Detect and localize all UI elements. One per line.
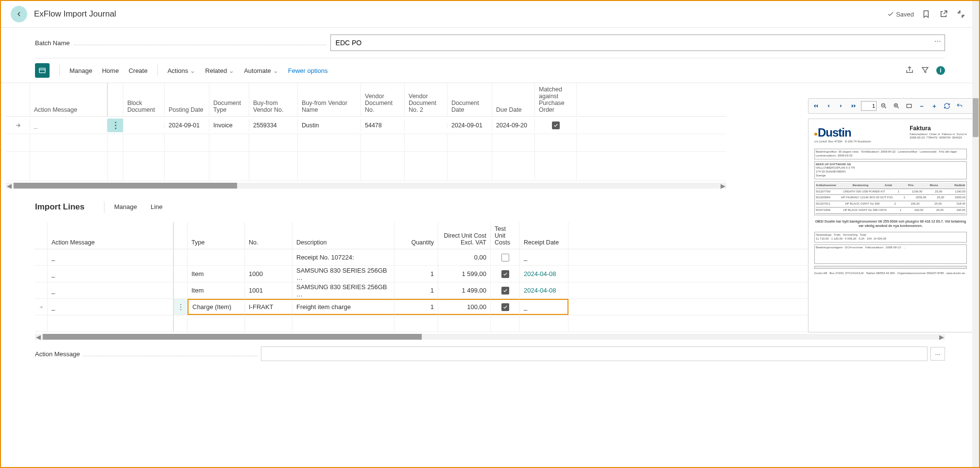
preview-first-page-button[interactable]: [810, 101, 821, 111]
cell-document-type[interactable]: Invoice: [209, 119, 249, 132]
cell-posting-date[interactable]: 2024-09-01: [165, 119, 209, 132]
import-grid-hscrollbar[interactable]: ◀ ▶: [35, 334, 945, 340]
icol-quantity[interactable]: Quantity: [395, 222, 438, 249]
cell-action-message[interactable]: _: [48, 266, 174, 282]
icol-direct-unit-cost[interactable]: Direct Unit Cost Excl. VAT: [438, 222, 491, 249]
cell-quantity[interactable]: 1: [395, 282, 438, 298]
preview-fit-width-button[interactable]: [904, 101, 914, 111]
cell-test-unit-costs[interactable]: [491, 282, 520, 298]
cell-description[interactable]: SAMSUNG 830 SERIES 256GB …: [292, 266, 395, 282]
test-unit-costs-checkbox[interactable]: [501, 287, 509, 295]
col-document-date[interactable]: Document Date: [447, 83, 492, 116]
cell-action-message[interactable]: _: [30, 119, 108, 132]
test-unit-costs-checkbox[interactable]: [501, 270, 509, 278]
preview-refresh-button[interactable]: [942, 101, 952, 111]
cell-due-date[interactable]: 2024-09-20: [492, 119, 535, 132]
row-more-button[interactable]: [174, 249, 188, 265]
toolbar-manage[interactable]: Manage: [65, 64, 97, 77]
icol-no[interactable]: No.: [245, 222, 292, 249]
cell-no[interactable]: [245, 249, 292, 265]
preview-minus-button[interactable]: −: [916, 101, 927, 111]
batch-name-input[interactable]: [330, 35, 945, 51]
col-vendor-document-no2[interactable]: Vendor Document No. 2: [405, 83, 447, 116]
cell-no[interactable]: 1001: [245, 282, 292, 298]
preview-prev-page-button[interactable]: [823, 101, 834, 111]
cell-description[interactable]: SAMSUNG 830 SERIES 256GB …: [292, 282, 395, 298]
cell-vendor-document-no[interactable]: 54478: [361, 119, 405, 132]
test-unit-costs-checkbox[interactable]: [501, 303, 509, 311]
cell-description[interactable]: Receipt No. 107224:: [292, 249, 395, 265]
cell-receipt-date[interactable]: _: [520, 249, 568, 265]
preview-page-input[interactable]: [861, 101, 877, 111]
scrollbar-thumb[interactable]: [43, 334, 422, 340]
import-toolbar-line[interactable]: Line: [146, 200, 168, 213]
bookmark-icon[interactable]: [921, 9, 931, 19]
cell-direct-unit-cost[interactable]: 100,00: [438, 299, 491, 315]
icol-action-message[interactable]: Action Message: [48, 222, 174, 249]
back-button[interactable]: [11, 6, 27, 22]
cell-action-message[interactable]: _: [48, 282, 174, 298]
row-more-button[interactable]: [174, 299, 188, 315]
col-posting-date[interactable]: Posting Date: [165, 83, 209, 116]
col-buy-from-vendor-no[interactable]: Buy-from Vendor No.: [249, 83, 298, 116]
collapse-icon[interactable]: [956, 9, 966, 19]
icol-description[interactable]: Description: [292, 222, 395, 249]
cell-no[interactable]: 1000: [245, 266, 292, 282]
cell-test-unit-costs[interactable]: [491, 249, 520, 265]
cell-action-message[interactable]: _: [48, 249, 174, 265]
row-more-button[interactable]: [174, 266, 188, 282]
preview-plus-button[interactable]: +: [929, 101, 940, 111]
scrollbar-thumb[interactable]: [973, 98, 979, 137]
main-grid-hscrollbar[interactable]: ◀ ▶: [6, 183, 726, 189]
matched-checkbox[interactable]: [552, 121, 560, 129]
info-icon[interactable]: i: [936, 66, 945, 75]
cell-quantity[interactable]: [395, 249, 438, 265]
preview-zoom-in-button[interactable]: [891, 101, 902, 111]
row-more-button[interactable]: [108, 119, 123, 132]
cell-quantity[interactable]: 1: [395, 266, 438, 282]
cell-block-document[interactable]: [123, 122, 165, 128]
col-vendor-document-no[interactable]: Vendor Document No.: [361, 83, 405, 116]
focus-mode-button[interactable]: [35, 63, 50, 78]
scrollbar-thumb[interactable]: [14, 183, 237, 189]
toolbar-home[interactable]: Home: [97, 64, 124, 77]
cell-type[interactable]: Charge (Item): [188, 299, 245, 315]
cell-vendor-document-no2[interactable]: [405, 122, 447, 128]
icol-type[interactable]: Type: [188, 222, 245, 249]
row-expand-icon[interactable]: [35, 299, 48, 315]
cell-document-date[interactable]: 2024-09-01: [447, 119, 492, 132]
cell-receipt-date[interactable]: 2024-04-08: [520, 266, 568, 282]
filter-icon[interactable]: [921, 66, 929, 76]
open-new-window-icon[interactable]: [938, 9, 949, 19]
cell-direct-unit-cost[interactable]: 0,00: [438, 249, 491, 265]
toolbar-actions[interactable]: Actions⌄: [163, 64, 201, 77]
cell-type[interactable]: Item: [188, 282, 245, 298]
action-message-more-button[interactable]: ···: [930, 347, 945, 361]
col-document-type[interactable]: Document Type: [209, 83, 249, 116]
row-expand-icon[interactable]: [6, 119, 30, 132]
col-block-document[interactable]: Block Document: [123, 83, 165, 116]
test-unit-costs-checkbox[interactable]: [501, 254, 509, 261]
cell-test-unit-costs[interactable]: [491, 299, 520, 315]
row-more-button[interactable]: [174, 282, 188, 298]
toolbar-automate[interactable]: Automate⌄: [239, 64, 283, 77]
cell-description[interactable]: Freight item charge: [292, 299, 395, 315]
toolbar-fewer-options[interactable]: Fewer options: [283, 64, 333, 77]
toolbar-create[interactable]: Create: [124, 64, 153, 77]
col-matched-po[interactable]: Matched against Purchase Order: [535, 83, 577, 116]
cell-action-message[interactable]: _: [48, 299, 174, 315]
cell-direct-unit-cost[interactable]: 1 599,00: [438, 266, 491, 282]
import-toolbar-manage[interactable]: Manage: [109, 200, 142, 213]
toolbar-related[interactable]: Related⌄: [200, 64, 239, 77]
preview-last-page-button[interactable]: [848, 101, 859, 111]
cell-no[interactable]: I-FRAKT: [245, 299, 292, 315]
cell-buy-from-vendor-no[interactable]: 2559334: [249, 119, 298, 132]
icol-test-unit-costs[interactable]: Test Unit Costs: [491, 222, 520, 249]
cell-matched[interactable]: [535, 119, 577, 132]
share-icon[interactable]: [905, 66, 914, 76]
page-vertical-scrollbar[interactable]: [972, 1, 979, 467]
icol-receipt-date[interactable]: Receipt Date: [520, 222, 568, 249]
col-buy-from-vendor-name[interactable]: Buy-from Vendor Name: [298, 83, 361, 116]
cell-type[interactable]: [188, 249, 245, 265]
cell-buy-from-vendor-name[interactable]: Dustin: [298, 119, 361, 132]
